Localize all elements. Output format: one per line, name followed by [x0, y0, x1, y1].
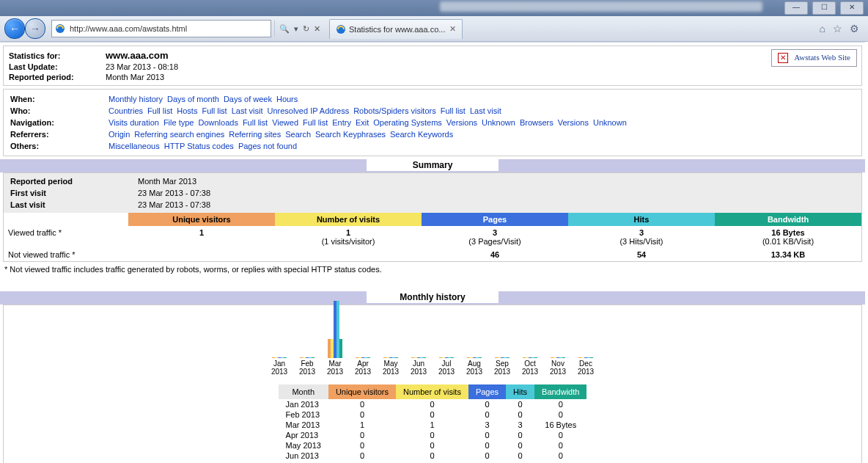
- month-bar-group: Dec2013: [576, 299, 595, 376]
- col-bandwidth: Bandwidth: [715, 213, 861, 226]
- search-icon[interactable]: 🔍: [279, 24, 290, 34]
- page-content: ✕ Awstats Web Site Statistics for: www.a…: [0, 42, 865, 463]
- nav-link[interactable]: Countries: [108, 106, 143, 115]
- month-bar-group: Jan2013: [270, 299, 289, 376]
- monthly-history-box: Jan2013Feb2013Mar2013Apr2013May2013Jun20…: [3, 305, 862, 463]
- table-cell: Apr 2013: [279, 430, 328, 440]
- table-cell: 0: [328, 409, 396, 420]
- tab-close-icon[interactable]: ✕: [449, 24, 456, 34]
- nav-link[interactable]: Days of week: [224, 95, 272, 103]
- nav-link[interactable]: Exit: [356, 118, 369, 127]
- nav-link[interactable]: Monthly history: [108, 95, 163, 103]
- month-bar-group: Aug2013: [465, 299, 484, 376]
- table-cell: May 2013: [279, 440, 328, 451]
- month-label: Nov2013: [550, 360, 566, 376]
- bar: [507, 357, 510, 358]
- table-cell: 0: [506, 430, 534, 440]
- nav-link[interactable]: Search Keywords: [390, 130, 453, 139]
- col-pages: Pages: [422, 213, 568, 226]
- col-unique-visitors: Unique visitors: [128, 213, 275, 226]
- nav-links-box: When:Monthly historyDays of monthDays of…: [3, 89, 862, 156]
- table-cell: 0: [396, 430, 468, 440]
- table-cell: 0: [396, 399, 468, 409]
- table-cell: 0: [534, 440, 586, 451]
- nav-link[interactable]: Unresolved IP Address: [267, 106, 349, 115]
- sum-first-visit-label: First visit: [10, 188, 136, 198]
- nav-link[interactable]: Full list: [202, 106, 227, 115]
- nav-link[interactable]: Days of month: [167, 95, 219, 103]
- refresh-icon[interactable]: ↻: [303, 24, 309, 34]
- month-label: Oct2013: [522, 360, 538, 376]
- nav-link[interactable]: Miscellaneous: [108, 142, 160, 150]
- nav-link[interactable]: Unknown: [482, 118, 515, 127]
- awstats-badge[interactable]: ✕ Awstats Web Site: [771, 49, 857, 67]
- nav-link[interactable]: Versions: [558, 118, 589, 127]
- browser-window: — ☐ ✕ ← → 🔍 ▾ ↻ ✕ Statistics for www.aaa…: [0, 0, 868, 463]
- bar: [339, 339, 342, 358]
- monthly-bar-chart: Jan2013Feb2013Mar2013Apr2013May2013Jun20…: [270, 310, 595, 376]
- bar: [562, 357, 565, 358]
- nav-link[interactable]: Hours: [276, 95, 298, 103]
- nav-link[interactable]: Origin: [108, 130, 130, 139]
- sum-first-visit-value: 23 Mar 2013 - 07:38: [137, 188, 211, 198]
- nav-link[interactable]: Browsers: [520, 118, 553, 127]
- month-bar-group: Mar2013: [326, 299, 345, 376]
- nav-link[interactable]: Full list: [243, 118, 268, 127]
- nav-link[interactable]: Robots/Spiders visitors: [353, 106, 436, 115]
- nav-link[interactable]: Operating Systems: [373, 118, 442, 127]
- table-cell: 1: [328, 420, 396, 430]
- window-maximize-button[interactable]: ☐: [812, 1, 836, 15]
- monthly-table: Month Unique visitors Number of visits P…: [279, 384, 587, 463]
- nav-link[interactable]: Last visit: [232, 106, 263, 115]
- month-bar-group: Sep2013: [493, 299, 512, 376]
- nav-link[interactable]: Referring search engines: [134, 130, 224, 139]
- forward-button[interactable]: →: [25, 18, 45, 39]
- nav-link[interactable]: Downloads: [198, 118, 238, 127]
- window-minimize-button[interactable]: —: [784, 1, 808, 15]
- dropdown-icon[interactable]: ▾: [294, 24, 298, 34]
- home-icon[interactable]: ⌂: [820, 23, 825, 34]
- nav-link[interactable]: Visits duration: [108, 118, 159, 127]
- table-row: Jan 201300000: [279, 399, 587, 409]
- url-input[interactable]: [68, 23, 268, 34]
- notviewed-nv: [275, 248, 422, 261]
- tab-active[interactable]: Statistics for www.aaa.co... ✕: [329, 19, 463, 39]
- bar: [312, 357, 315, 358]
- nav-link[interactable]: Referring sites: [229, 130, 281, 139]
- nav-link[interactable]: Hosts: [177, 106, 197, 115]
- table-row: Jun 201300000: [279, 451, 587, 461]
- notviewed-pg: 46: [422, 248, 568, 261]
- nav-link[interactable]: Search Keyphrases: [315, 130, 386, 139]
- table-cell: Jan 2013: [279, 399, 328, 409]
- summary-section-bar: Summary: [0, 159, 865, 172]
- nav-link[interactable]: File type: [163, 118, 194, 127]
- stats-for-label: Statistics for:: [8, 49, 105, 62]
- table-cell: 0: [534, 430, 586, 440]
- nav-link[interactable]: Full list: [303, 118, 328, 127]
- sum-reported-period-label: Reported period: [10, 176, 136, 186]
- nav-link[interactable]: HTTP Status codes: [164, 142, 234, 150]
- nav-link[interactable]: Last visit: [470, 106, 501, 115]
- nav-link[interactable]: Full list: [147, 106, 172, 115]
- notviewed-bw: 13.34 KB: [715, 248, 861, 261]
- nav-link[interactable]: Viewed: [272, 118, 298, 127]
- toolbar: ← → 🔍 ▾ ↻ ✕ Statistics for www.aaa.co...…: [0, 16, 868, 42]
- table-row: Mar 2013113316 Bytes: [279, 420, 587, 430]
- stop-icon[interactable]: ✕: [314, 24, 320, 34]
- favorites-icon[interactable]: ☆: [833, 23, 842, 34]
- window-close-button[interactable]: ✕: [840, 1, 864, 15]
- address-bar[interactable]: [51, 20, 271, 37]
- nav-link[interactable]: Entry: [332, 118, 351, 127]
- nav-link[interactable]: Unknown: [593, 118, 627, 127]
- viewed-pg: 3(3 Pages/Visit): [422, 226, 568, 248]
- nav-link[interactable]: Full list: [441, 106, 466, 115]
- table-cell: Jun 2013: [279, 451, 328, 461]
- awstats-badge-text: Awstats Web Site: [794, 53, 850, 62]
- viewed-nv: 1(1 visits/visitor): [275, 226, 422, 248]
- back-button[interactable]: ←: [4, 18, 25, 39]
- nav-link[interactable]: Pages not found: [238, 142, 297, 150]
- nav-link[interactable]: Search: [285, 130, 311, 139]
- gear-icon[interactable]: ⚙: [850, 23, 859, 34]
- nav-link[interactable]: Versions: [446, 118, 477, 127]
- table-cell: 0: [534, 451, 586, 461]
